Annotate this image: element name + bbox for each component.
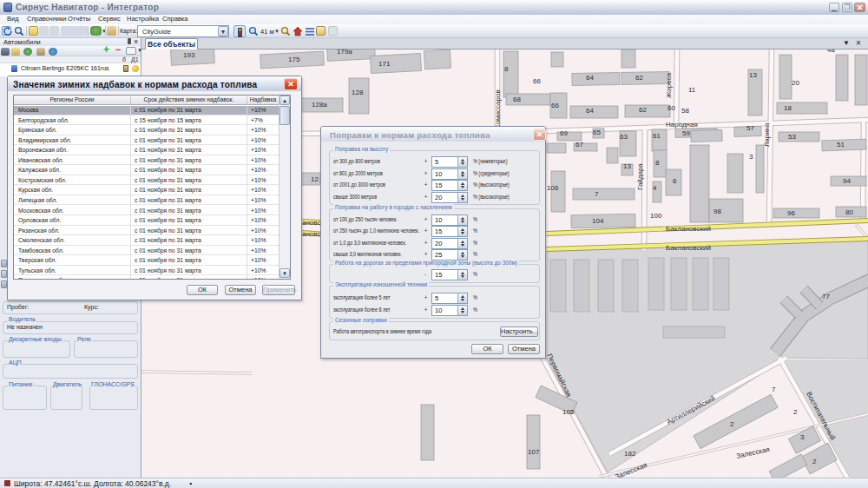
svg-text:80: 80 bbox=[845, 208, 853, 216]
svg-text:3: 3 bbox=[749, 153, 753, 161]
svg-text:96: 96 bbox=[787, 209, 795, 217]
svg-text:128а: 128а bbox=[312, 101, 327, 109]
svg-text:13: 13 bbox=[623, 162, 631, 170]
svg-text:77: 77 bbox=[822, 293, 830, 300]
svg-text:175: 175 bbox=[288, 56, 300, 63]
svg-text:128: 128 bbox=[352, 89, 364, 96]
svg-text:67: 67 bbox=[575, 141, 583, 148]
svg-text:Ларина: Ларина bbox=[763, 122, 771, 147]
svg-text:105: 105 bbox=[562, 408, 575, 416]
svg-text:48: 48 bbox=[827, 49, 835, 54]
svg-text:7: 7 bbox=[595, 190, 599, 198]
svg-text:62: 62 bbox=[639, 106, 647, 114]
svg-text:4: 4 bbox=[653, 184, 657, 192]
svg-text:107: 107 bbox=[528, 448, 540, 456]
svg-text:193: 193 bbox=[183, 51, 195, 59]
svg-text:3: 3 bbox=[800, 433, 805, 441]
svg-text:104: 104 bbox=[592, 217, 604, 225]
svg-text:Народная: Народная bbox=[666, 121, 698, 129]
svg-text:11: 11 bbox=[688, 86, 696, 94]
svg-text:106: 106 bbox=[547, 184, 559, 192]
svg-text:171: 171 bbox=[378, 60, 391, 68]
svg-text:53: 53 bbox=[788, 133, 796, 141]
svg-text:8: 8 bbox=[655, 159, 660, 167]
svg-text:18: 18 bbox=[784, 104, 792, 112]
svg-text:7: 7 bbox=[772, 386, 776, 393]
svg-text:64: 64 bbox=[586, 74, 594, 82]
svg-text:59: 59 bbox=[682, 129, 690, 137]
svg-text:2: 2 bbox=[730, 420, 734, 428]
svg-text:61: 61 bbox=[653, 132, 661, 140]
svg-text:6: 6 bbox=[673, 177, 677, 185]
svg-text:98: 98 bbox=[713, 208, 721, 215]
svg-text:Жореса: Жореса bbox=[665, 72, 673, 98]
svg-text:182: 182 bbox=[624, 450, 636, 458]
svg-text:58: 58 bbox=[681, 107, 689, 115]
svg-text:65: 65 bbox=[593, 129, 601, 136]
svg-text:Баклановский: Баклановский bbox=[666, 244, 711, 252]
svg-text:60: 60 bbox=[667, 104, 675, 112]
svg-text:62: 62 bbox=[635, 74, 643, 82]
svg-text:20: 20 bbox=[792, 79, 799, 87]
svg-text:69: 69 bbox=[560, 129, 568, 137]
svg-text:Гайдара: Гайдара bbox=[636, 163, 644, 190]
svg-text:179а: 179а bbox=[337, 49, 352, 56]
svg-text:2: 2 bbox=[812, 458, 817, 465]
svg-text:12: 12 bbox=[311, 175, 319, 183]
svg-text:13: 13 bbox=[749, 71, 757, 79]
svg-text:Комиссаров: Комиссаров bbox=[494, 89, 502, 129]
svg-text:66: 66 bbox=[551, 102, 559, 109]
svg-text:2: 2 bbox=[793, 408, 798, 416]
svg-text:68: 68 bbox=[513, 96, 521, 103]
svg-text:8: 8 bbox=[504, 65, 509, 73]
svg-text:51: 51 bbox=[837, 141, 845, 148]
svg-text:66: 66 bbox=[533, 77, 541, 85]
svg-text:94: 94 bbox=[843, 177, 851, 185]
svg-text:63: 63 bbox=[620, 133, 628, 141]
svg-text:100: 100 bbox=[650, 212, 662, 220]
svg-text:64: 64 bbox=[586, 107, 594, 115]
svg-text:57: 57 bbox=[746, 124, 754, 132]
svg-text:Баклановский: Баклановский bbox=[666, 225, 711, 233]
